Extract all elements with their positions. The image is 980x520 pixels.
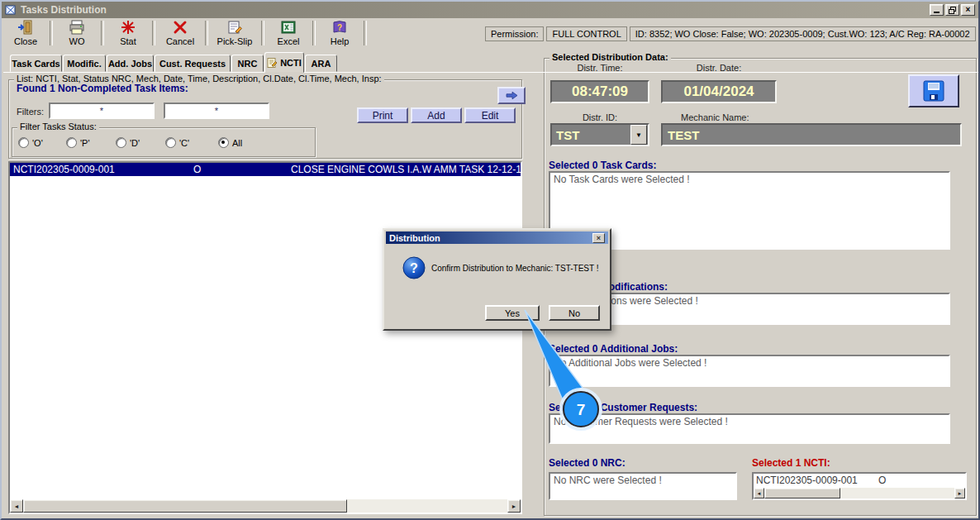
no-button-label: No (568, 308, 580, 318)
cancel-button[interactable]: Cancel (159, 19, 202, 47)
toolbar-separator (261, 21, 264, 45)
dialog-title-bar: Distribution × (386, 231, 608, 244)
task-cards-empty-text: No Task Cards were Selected ! (554, 174, 690, 185)
chevron-down-icon[interactable]: ▼ (630, 125, 647, 145)
distr-id-value: TST (552, 128, 630, 142)
add-button[interactable]: Add (411, 107, 462, 123)
print-button[interactable]: Print (357, 107, 408, 123)
permission-details: ID: 8352; WO Close: False; WO: 202305-00… (630, 26, 976, 41)
scrollbar-thumb[interactable] (764, 488, 840, 499)
close-button[interactable]: Close (5, 19, 46, 47)
distr-date-field: 01/04/2024 (661, 80, 777, 103)
title-bar: Tasks Distribution × (2, 2, 978, 18)
scroll-left-arrow[interactable]: ◄ (10, 499, 23, 513)
toolbar-separator (364, 21, 367, 45)
printer-icon (69, 20, 85, 36)
radio-option-o[interactable]: 'O' (18, 137, 43, 148)
filter-input-2[interactable] (164, 103, 269, 119)
pick-slip-button-label: Pick-Slip (217, 36, 253, 46)
radio-option-c[interactable]: 'C' (165, 137, 189, 148)
customer-requests-panel: No Customer Requests were Selected ! (549, 413, 950, 444)
radio-circle-selected (218, 137, 229, 148)
ncti-row-status: O (878, 475, 886, 486)
distr-id-label: Distr. ID: (550, 112, 649, 122)
ncti-heading: Selected 1 NCTI: (752, 457, 830, 469)
task-list-hscrollbar[interactable]: ◄ ► (10, 499, 521, 513)
scroll-left-arrow[interactable]: ◄ (754, 488, 764, 499)
ncti-panel: NCTI202305-0009-001 O ◄ ► (752, 472, 967, 500)
tab-label: Add. Jobs (108, 59, 152, 69)
pick-slip-button[interactable]: Pick-Slip (212, 19, 258, 47)
radio-label: 'O' (32, 138, 43, 148)
window-title: Tasks Distribution (21, 4, 107, 16)
tab-label: NRC (238, 59, 258, 69)
scrollbar-track[interactable] (347, 499, 507, 513)
tab-ara[interactable]: ARA (305, 55, 337, 72)
permission-level: FULL CONTROL (546, 26, 626, 41)
scroll-right-arrow[interactable]: ► (507, 499, 521, 513)
tab-ncti[interactable]: NCTI (264, 52, 304, 73)
yes-button[interactable]: Yes (485, 305, 540, 321)
radio-label: 'C' (179, 138, 189, 148)
wo-button-label: WO (69, 36, 85, 46)
ncti-row-id: NCTI202305-0009-001 (756, 475, 878, 486)
radio-option-all[interactable]: All (218, 137, 242, 148)
excel-button-label: Excel (278, 36, 300, 46)
permission-bar: Permission: FULL CONTROL ID: 8352; WO Cl… (485, 26, 976, 41)
ncti-hscrollbar[interactable]: ◄ ► (754, 488, 965, 499)
save-button[interactable] (908, 74, 959, 107)
help-button[interactable]: ? Help (319, 19, 360, 47)
tab-task-cards[interactable]: Task Cards (10, 55, 62, 72)
task-list[interactable]: NCTI202305-0009-001 O CLOSE ENGINE COWLS… (8, 161, 522, 514)
additional-jobs-panel: No Additional Jobs were Selected ! (549, 355, 950, 387)
help-book-icon: ? (331, 20, 348, 36)
task-list-row-selected[interactable]: NCTI202305-0009-001 O CLOSE ENGINE COWLS… (10, 163, 521, 176)
radio-label: 'D' (130, 138, 140, 148)
edit-button[interactable]: Edit (464, 107, 516, 123)
additional-jobs-empty-text: No Additional Jobs were Selected ! (554, 357, 706, 369)
mechanic-name-label: Mechanic Name: (681, 112, 749, 122)
nrc-panel: No NRC were Selected ! (549, 472, 737, 500)
svg-text:?: ? (337, 23, 342, 32)
task-cards-heading: Selected 0 Task Cards: (549, 160, 657, 171)
tab-strip-baseline (3, 72, 978, 73)
tab-cust-requests[interactable]: Cust. Requests (155, 55, 231, 72)
scroll-right-arrow[interactable]: ► (954, 488, 965, 499)
scrollbar-thumb[interactable] (23, 499, 347, 513)
excel-button[interactable]: Excel (268, 19, 309, 47)
add-button-label: Add (427, 110, 445, 122)
exit-door-icon (17, 20, 34, 36)
no-button[interactable]: No (549, 305, 600, 321)
distr-id-dropdown[interactable]: TST ▼ (550, 123, 649, 146)
app-window: Tasks Distribution × Close WO Stat Cance… (0, 0, 980, 520)
scrollbar-track[interactable] (840, 488, 954, 499)
radio-option-d[interactable]: 'D' (116, 137, 140, 148)
stat-button[interactable]: Stat (107, 19, 149, 47)
save-floppy-icon (921, 79, 946, 103)
print-button-label: Print (373, 110, 393, 122)
restore-button[interactable] (945, 4, 959, 16)
dialog-close-icon[interactable]: × (592, 233, 605, 243)
filter-status-title: Filter Tasks Status: (17, 122, 99, 131)
tab-label: Cust. Requests (159, 59, 226, 69)
dialog-title: Distribution (389, 233, 440, 243)
wo-button[interactable]: WO (56, 19, 98, 47)
toolbar-separator (205, 21, 208, 45)
close-window-button[interactable]: × (961, 4, 975, 16)
ncti-row[interactable]: NCTI202305-0009-001 O (754, 474, 965, 487)
tab-label: NCTI (280, 58, 302, 68)
toolbar-separator (312, 21, 316, 45)
radio-option-p[interactable]: 'P' (66, 137, 90, 148)
tab-modific[interactable]: Modific. (63, 55, 106, 72)
filter-input-1[interactable] (49, 103, 155, 119)
tab-add-jobs[interactable]: Add. Jobs (107, 55, 154, 72)
mechanic-name-field: TEST (661, 123, 962, 146)
red-x-icon (172, 20, 188, 36)
minimize-button[interactable] (930, 4, 944, 16)
red-asterisk-icon (120, 20, 136, 36)
radio-label: 'P' (80, 138, 90, 148)
move-right-button[interactable] (497, 87, 526, 104)
toolbar-separator (152, 21, 155, 45)
toolbar-separator (50, 21, 53, 45)
tab-nrc[interactable]: NRC (231, 55, 264, 72)
